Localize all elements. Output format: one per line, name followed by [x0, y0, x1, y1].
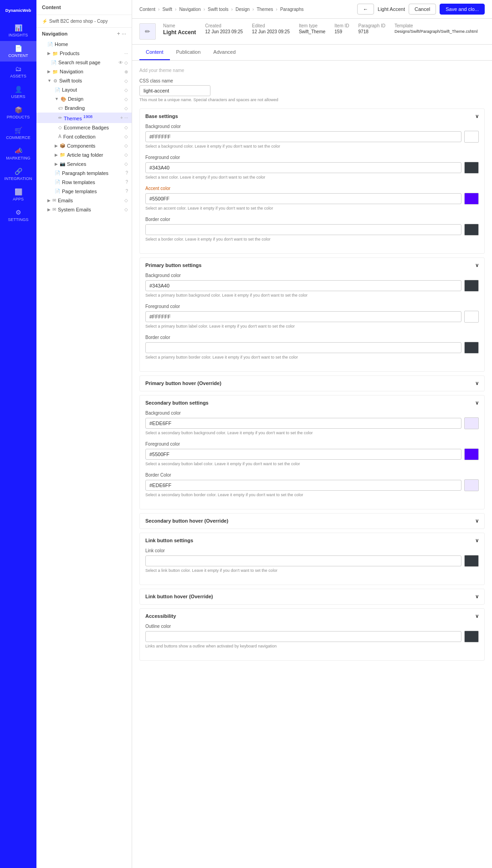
sidebar-item-commerce[interactable]: 🛒 COMMERCE: [0, 123, 36, 144]
emails-chevron: ▶: [47, 198, 51, 203]
tree-item-branding[interactable]: 🏷 Branding ◇: [36, 103, 132, 113]
primary-bg-group: Background color Select a primary button…: [145, 273, 479, 298]
home-page-icon: 📄: [47, 42, 53, 47]
main-content: Content › Swift › Navigation › Swift too…: [132, 0, 492, 868]
secondary-border-group: Border Color Select a secondary button b…: [145, 473, 479, 497]
tree-item-components[interactable]: ▶ 📦 Components ◇: [36, 141, 132, 150]
accessibility-header[interactable]: Accessibility ∨: [145, 609, 479, 624]
accent-color-swatch[interactable]: [464, 193, 479, 205]
tree-item-ecommerce-badges[interactable]: ◇ Ecommerce Badges ◇: [36, 123, 132, 132]
secondary-bg-swatch[interactable]: [464, 417, 479, 429]
sidebar-breadcrumb[interactable]: ⚡ Swift B2C demo shop - Copy: [36, 15, 132, 28]
sidebar-item-users[interactable]: 👤 USERS: [0, 82, 36, 103]
sidebar-item-settings[interactable]: ⚙ SETTINGS: [0, 205, 36, 226]
accent-color-input[interactable]: [145, 193, 461, 204]
tree-item-emails[interactable]: ▶ ✉ Emails ◇: [36, 196, 132, 205]
tree-item-search-result[interactable]: 📄 Search result page 👁 ◇: [36, 58, 132, 67]
outline-color-swatch[interactable]: [464, 631, 479, 642]
sidebar-item-products[interactable]: 📦 PRODUCTS: [0, 103, 36, 123]
primary-border-input[interactable]: [145, 342, 461, 353]
primary-button-section: Primary button settings ∨ Background col…: [139, 257, 485, 372]
base-settings-header[interactable]: Base settings ∨: [145, 109, 479, 124]
primary-button-header[interactable]: Primary button settings ∨: [145, 258, 479, 273]
services-chevron: ▶: [55, 162, 58, 166]
secondary-hover-chevron: ∨: [475, 518, 479, 524]
item-header: ✏ Name Light Accent Created 12 Jun 2023 …: [132, 19, 492, 45]
branding-icon: 🏷: [58, 106, 63, 111]
link-button-chevron: ∨: [475, 538, 479, 544]
tab-publication[interactable]: Publication: [170, 45, 207, 60]
secondary-border-swatch[interactable]: [464, 479, 479, 491]
tree-item-themes[interactable]: ✏ Themes 1908 + ···: [36, 113, 132, 123]
primary-fg-swatch[interactable]: [464, 311, 479, 323]
background-color-input[interactable]: [145, 131, 461, 142]
primary-hover-section: Primary button hover (Override) ∨: [139, 375, 485, 391]
tree-item-page-templates[interactable]: 📄 Page templates ?: [36, 187, 132, 196]
primary-bg-swatch[interactable]: [464, 280, 479, 292]
tree-item-system-emails[interactable]: ▶ ✉ System Emails ◇: [36, 205, 132, 214]
foreground-color-swatch[interactable]: [464, 162, 479, 174]
link-hover-header[interactable]: Link button hover (Override) ∨: [145, 589, 479, 604]
primary-fg-input[interactable]: [145, 311, 461, 322]
tree-item-swift-tools[interactable]: ▼ ⚙ Swift tools ◇: [36, 76, 132, 85]
outline-color-input[interactable]: [145, 631, 461, 642]
secondary-bg-input[interactable]: [145, 418, 461, 429]
link-color-swatch[interactable]: [464, 555, 479, 567]
link-button-header[interactable]: Link button settings ∨: [145, 533, 479, 548]
foreground-color-input[interactable]: [145, 162, 461, 173]
tree-item-paragraph-templates[interactable]: 📄 Paragraph templates ?: [36, 169, 132, 178]
secondary-button-content: Background color Select a secondary butt…: [145, 411, 479, 509]
border-color-input[interactable]: [145, 224, 461, 235]
navigation-folder-icon: 📁: [52, 69, 58, 74]
components-chevron: ▶: [55, 144, 58, 148]
swift-tools-chevron: ▼: [47, 78, 51, 83]
accessibility-chevron: ∨: [475, 613, 479, 619]
integration-icon: 🔗: [15, 168, 22, 175]
tree-item-navigation[interactable]: ▶ 📁 Navigation ⊕: [36, 67, 132, 76]
tree-item-home[interactable]: 📄 Home: [36, 40, 132, 49]
back-button[interactable]: ←: [357, 4, 374, 15]
primary-border-swatch[interactable]: [464, 342, 479, 354]
tab-advanced[interactable]: Advanced: [207, 45, 242, 60]
secondary-fg-group: Foreground color Select a secondary butt…: [145, 442, 479, 466]
secondary-border-input[interactable]: [145, 480, 461, 491]
add-nav-item-button[interactable]: + ···: [117, 31, 126, 37]
tree-item-products[interactable]: ▶ 📁 Products ···: [36, 49, 132, 58]
components-icon: 📦: [60, 143, 65, 148]
tree-item-font-collection[interactable]: A Font collection ◇: [36, 132, 132, 141]
products-icon: 📦: [15, 106, 22, 113]
css-class-name-group: CSS class name This must be a unique nam…: [139, 78, 485, 102]
tab-content[interactable]: Content: [139, 45, 170, 60]
accessibility-content: Outline color Links and buttons show a o…: [145, 624, 479, 660]
sidebar-item-marketing[interactable]: 📣 MARKETING: [0, 144, 36, 164]
tree-item-row-templates[interactable]: 📄 Row templates ?: [36, 178, 132, 187]
secondary-fg-input[interactable]: [145, 449, 461, 460]
tree-item-article-tag-folder[interactable]: ▶ 📁 Article tag folder ◇: [36, 150, 132, 159]
border-color-swatch[interactable]: [464, 224, 479, 236]
themes-icon: ✏: [58, 115, 62, 120]
secondary-button-header[interactable]: Secondary button settings ∨: [145, 395, 479, 411]
sidebar-item-assets[interactable]: 🗂 ASSETS: [0, 62, 36, 82]
users-icon: 👤: [15, 86, 22, 93]
secondary-fg-swatch[interactable]: [464, 448, 479, 460]
products-folder-icon: 📁: [52, 51, 58, 56]
link-color-input[interactable]: [145, 555, 461, 566]
save-button[interactable]: Save and clo...: [440, 4, 485, 15]
tree-item-services[interactable]: ▶ 📷 Services ◇: [36, 159, 132, 169]
content-tabs: Content Publication Advanced: [132, 45, 492, 61]
primary-hover-header[interactable]: Primary button hover (Override) ∨: [145, 376, 479, 391]
cancel-button[interactable]: Cancel: [409, 4, 436, 15]
secondary-hover-header[interactable]: Secondary button hover (Override) ∨: [145, 514, 479, 529]
sidebar-item-content[interactable]: 📄 CONTENT: [0, 41, 36, 62]
primary-bg-input[interactable]: [145, 280, 461, 291]
css-class-name-input[interactable]: [139, 85, 210, 96]
content-icon: 📄: [15, 45, 22, 52]
sidebar-item-apps[interactable]: ⬜ APPS: [0, 185, 36, 205]
background-color-swatch[interactable]: [464, 131, 479, 143]
tree-item-layout[interactable]: 📄 Layout ◇: [36, 85, 132, 94]
system-emails-chevron: ▶: [47, 207, 51, 212]
ecommerce-badges-icon: ◇: [58, 125, 62, 130]
sidebar-item-insights[interactable]: 📊 INSIGHTS: [0, 21, 36, 41]
tree-item-design[interactable]: ▼ 🎨 Design ◇: [36, 94, 132, 103]
sidebar-item-integration[interactable]: 🔗 INTEGRATION: [0, 164, 36, 185]
